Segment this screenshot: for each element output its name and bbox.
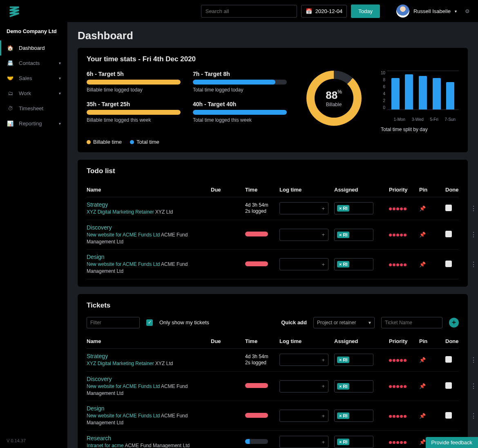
remove-icon[interactable]: × xyxy=(339,357,342,362)
task-subtitle[interactable]: New website for ACME Funds Ltd ACME Fund… xyxy=(87,261,209,275)
task-name-link[interactable]: Design xyxy=(87,405,209,412)
feedback-button[interactable]: Provide feedback xyxy=(426,437,478,448)
chevron-down-icon: ▾ xyxy=(59,121,61,126)
done-checkbox[interactable] xyxy=(445,261,452,267)
user-menu[interactable]: Russell Isabelle ▾ xyxy=(396,4,457,18)
remove-icon[interactable]: × xyxy=(339,262,342,267)
assigned-chip[interactable]: ×RI xyxy=(337,412,349,419)
task-subtitle[interactable]: New website for ACME Funds Ltd ACME Fund… xyxy=(87,383,209,397)
log-time-input[interactable]: + xyxy=(279,354,328,366)
home-icon: 🏠 xyxy=(7,45,14,51)
task-subtitle[interactable]: Intranet for acme ACME Fund Management L… xyxy=(87,442,209,448)
assigned-input[interactable]: ×RI xyxy=(334,202,373,214)
chart-bar xyxy=(446,82,454,109)
remove-icon[interactable]: × xyxy=(339,439,342,444)
more-icon[interactable]: ⋮ xyxy=(467,205,478,212)
assigned-chip[interactable]: ×RI xyxy=(337,383,349,390)
filter-input[interactable] xyxy=(87,317,140,328)
task-subtitle[interactable]: New website for ACME Funds Ltd ACME Fund… xyxy=(87,232,209,245)
stats-heading: Your time stats - Fri 4th Dec 2020 xyxy=(87,55,459,63)
date-picker[interactable]: 📅 2020-12-04 xyxy=(301,5,347,18)
more-icon[interactable]: ⋮ xyxy=(467,261,478,268)
sidebar-item-reporting[interactable]: 📊 Reporting ▾ xyxy=(0,116,67,131)
log-time-input[interactable]: + xyxy=(279,258,328,270)
assigned-input[interactable]: ×RI xyxy=(334,258,373,270)
assigned-chip[interactable]: ×RI xyxy=(337,439,349,445)
assigned-chip[interactable]: ×RI xyxy=(337,232,349,238)
task-subtitle[interactable]: XYZ Digital Marketing Retainer XYZ Ltd xyxy=(87,209,209,216)
sidebar-item-dashboard[interactable]: 🏠 Dashboard xyxy=(0,40,67,56)
assigned-input[interactable]: ×RI xyxy=(334,229,373,241)
stat-billable-week: 35h - Target 25h Billable time logged th… xyxy=(87,101,181,123)
remove-icon[interactable]: × xyxy=(339,232,342,237)
remove-icon[interactable]: × xyxy=(339,413,342,418)
more-icon[interactable]: ⋮ xyxy=(467,231,478,238)
pin-icon[interactable]: 📌 xyxy=(419,413,444,419)
task-subtitle[interactable]: New website for ACME Funds Ltd ACME Fund… xyxy=(87,412,209,426)
priority-dots[interactable] xyxy=(389,205,418,212)
priority-dots[interactable] xyxy=(389,261,418,267)
sidebar-item-sales[interactable]: 🤝 Sales ▾ xyxy=(0,71,67,86)
task-name-link[interactable]: Discovery xyxy=(87,376,209,382)
add-ticket-button[interactable]: ＋ xyxy=(449,318,459,328)
sidebar-item-work[interactable]: 🗂 Work ▾ xyxy=(0,86,67,101)
log-time-input[interactable]: + xyxy=(279,410,328,422)
project-select[interactable]: Project or retainer▾ xyxy=(313,317,375,328)
log-time-input[interactable]: + xyxy=(279,202,328,214)
priority-dots[interactable] xyxy=(389,383,418,389)
log-time-input[interactable]: + xyxy=(279,380,328,392)
pin-icon[interactable]: 📌 xyxy=(419,383,444,389)
done-checkbox[interactable] xyxy=(445,231,452,237)
priority-dots[interactable] xyxy=(389,413,418,419)
task-subtitle[interactable]: XYZ Digital Marketing Retainer XYZ Ltd xyxy=(87,360,209,367)
more-icon[interactable]: ⋮ xyxy=(467,382,478,390)
chevron-down-icon: ▾ xyxy=(59,76,61,80)
version-label: V 0.14.37 xyxy=(0,433,67,448)
chevron-down-icon: ▾ xyxy=(59,91,61,96)
log-time-input[interactable]: + xyxy=(279,436,328,448)
assigned-input[interactable]: ×RI xyxy=(334,380,373,392)
done-checkbox[interactable] xyxy=(445,356,452,363)
only-mine-checkbox[interactable]: ✓ xyxy=(146,319,153,326)
assigned-chip[interactable]: ×RI xyxy=(337,205,349,212)
pin-icon[interactable]: 📌 xyxy=(419,205,444,212)
priority-dots[interactable] xyxy=(389,439,418,445)
task-name-link[interactable]: Design xyxy=(87,254,209,260)
task-name-link[interactable]: Strategy xyxy=(87,353,209,359)
done-checkbox[interactable] xyxy=(445,412,452,419)
assigned-input[interactable]: ×RI xyxy=(334,410,373,422)
task-name-link[interactable]: Discovery xyxy=(87,224,209,231)
remove-icon[interactable]: × xyxy=(339,384,342,389)
week-bar-chart: 1086420 1-Mon3-Wed5-Fri7-Sun Total time … xyxy=(381,71,459,132)
task-name-link[interactable]: Strategy xyxy=(87,201,209,208)
stat-total-week: 40h - Target 40h Total time logged this … xyxy=(193,101,287,123)
priority-dots[interactable] xyxy=(389,357,418,363)
today-button[interactable]: Today xyxy=(351,4,380,18)
done-checkbox[interactable] xyxy=(445,382,452,389)
pin-icon[interactable]: 📌 xyxy=(419,261,444,267)
time-chip xyxy=(245,261,268,266)
done-checkbox[interactable] xyxy=(445,205,452,211)
task-name-link[interactable]: Research xyxy=(87,435,209,441)
more-icon[interactable]: ⋮ xyxy=(467,412,478,420)
sidebar-item-contacts[interactable]: 📇 Contacts ▾ xyxy=(0,56,67,71)
table-row: DiscoveryNew website for ACME Funds Ltd … xyxy=(87,220,459,250)
pin-icon[interactable]: 📌 xyxy=(419,232,444,238)
pin-icon[interactable]: 📌 xyxy=(419,357,444,363)
assigned-chip[interactable]: ×RI xyxy=(337,261,349,267)
search-input[interactable] xyxy=(201,5,297,18)
avatar xyxy=(396,4,409,18)
handshake-icon: 🤝 xyxy=(7,75,14,81)
sidebar-item-timesheet[interactable]: ⏱ Timesheet xyxy=(0,101,67,116)
assigned-chip[interactable]: ×RI xyxy=(337,357,349,363)
gear-icon[interactable]: ⚙ xyxy=(465,8,470,14)
more-icon[interactable]: ⋮ xyxy=(467,356,478,364)
table-row: DesignNew website for ACME Funds Ltd ACM… xyxy=(87,401,459,431)
log-time-input[interactable]: + xyxy=(279,229,328,241)
ticket-name-input[interactable] xyxy=(381,317,442,328)
assigned-input[interactable]: ×RI xyxy=(334,354,373,366)
stat-total-today: 7h - Target 8h Total time logged today xyxy=(193,71,287,93)
remove-icon[interactable]: × xyxy=(339,206,342,211)
assigned-input[interactable]: ×RI xyxy=(334,436,373,448)
priority-dots[interactable] xyxy=(389,232,418,238)
